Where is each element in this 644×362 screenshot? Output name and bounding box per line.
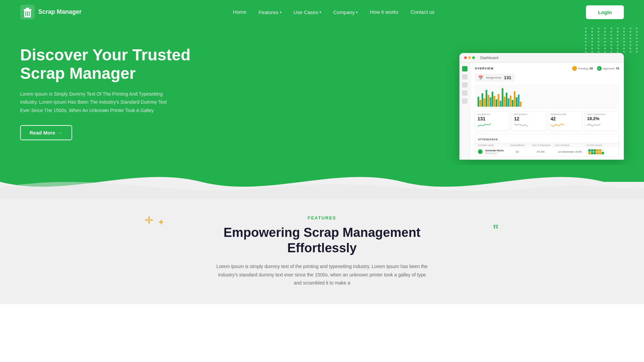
attendance-col-headers: STUDENT NAME ASSIGNMENTS AVG ATTENDANCE … xyxy=(475,143,619,147)
login-button[interactable]: Login xyxy=(586,5,624,19)
dot xyxy=(623,34,625,36)
pending-label: Pending xyxy=(578,67,588,70)
block-9 xyxy=(594,152,596,154)
dot xyxy=(610,34,612,36)
block-11 xyxy=(599,152,601,154)
nav-how-it-works[interactable]: How it works xyxy=(370,9,398,15)
dot xyxy=(630,41,631,43)
mockup-sidebar xyxy=(459,63,470,160)
nav-contact[interactable]: Contact us xyxy=(410,9,435,15)
col-header-attendance: AVG ATTENDANCE xyxy=(532,144,552,146)
dashboard-mockup: Dashboard OVERVIEW xyxy=(459,53,624,160)
stat-value-1: 12 xyxy=(514,116,544,121)
sidebar-icon-3 xyxy=(462,82,467,88)
trend-line-duration xyxy=(587,122,600,127)
bar-10 xyxy=(496,99,497,107)
dot xyxy=(585,34,587,36)
block-12 xyxy=(602,152,604,154)
dot xyxy=(591,34,593,36)
dot xyxy=(636,28,638,29)
block-7 xyxy=(588,152,591,154)
read-more-button[interactable]: Read More → xyxy=(20,125,72,140)
pending-value: 20 xyxy=(590,67,593,70)
stat-label-0: STUDENTS xyxy=(478,113,507,115)
block-1 xyxy=(588,149,591,152)
assignments-box: 📅 Assignments 131 xyxy=(475,73,515,82)
approved-circle: ✓ xyxy=(597,66,602,71)
minimize-dot xyxy=(468,56,471,59)
stat-label-1: KEYWORDS xyxy=(514,113,544,115)
logo-area[interactable]: Scrap Manager xyxy=(20,5,82,19)
stat-students: STUDENTS 131 xyxy=(475,111,510,131)
col-header-assignments: ASSIGNMENTS xyxy=(510,144,530,146)
overview-row: OVERVIEW ! Pending 20 ✓ Approved 76 xyxy=(475,66,619,71)
features-description: Lorem Ipsum is simply dummy text of the … xyxy=(215,262,430,287)
dot xyxy=(604,44,606,46)
pending-circle: ! xyxy=(572,66,577,71)
dot xyxy=(585,28,587,29)
expand-dot xyxy=(472,56,475,59)
hero-section: document.currentScript.insertAdjacentHTM… xyxy=(0,24,644,165)
bar-13 xyxy=(502,88,503,107)
trend-line-students xyxy=(478,122,491,128)
block-4 xyxy=(596,149,599,152)
nav-features[interactable]: Features▾ xyxy=(258,9,281,15)
dot xyxy=(630,51,631,53)
bar-8 xyxy=(492,92,493,107)
bar-1 xyxy=(478,97,479,107)
dot xyxy=(623,28,625,29)
dot xyxy=(623,31,625,33)
assignments-value: 131 xyxy=(504,75,511,80)
pending-badge: ! Pending 20 xyxy=(572,66,593,71)
arrow-right-icon: → xyxy=(58,130,63,136)
dot xyxy=(630,48,631,49)
dot xyxy=(636,44,638,46)
dot xyxy=(604,31,606,33)
block-8 xyxy=(591,152,593,154)
stat-label-3: VISIT DURATION xyxy=(587,113,616,115)
dot xyxy=(623,41,625,43)
stat-visit-duration: VISIT DURATION 18.2% xyxy=(584,111,619,131)
overview-label: OVERVIEW xyxy=(475,67,494,70)
block-5 xyxy=(599,149,601,152)
dot xyxy=(585,44,587,46)
close-dot xyxy=(464,56,467,59)
sidebar-icon-5 xyxy=(462,98,467,104)
student-attendance: 57.2% xyxy=(537,150,555,153)
bar-18 xyxy=(512,100,513,107)
dot xyxy=(636,38,638,39)
nav-use-cases[interactable]: Use Cases▾ xyxy=(294,9,321,15)
dot xyxy=(617,44,618,46)
approved-value: 76 xyxy=(616,67,619,70)
bar-9 xyxy=(494,96,495,107)
bar-19 xyxy=(514,91,515,107)
features-title-line1: Empowering Scrap Management xyxy=(224,225,420,240)
chevron-down-icon: ▾ xyxy=(280,10,282,14)
block-2 xyxy=(591,149,593,152)
hero-title: Discover Your Trusted Scrap Manager xyxy=(20,46,195,83)
dot xyxy=(610,28,612,29)
trend-line-keywords xyxy=(514,122,528,128)
nav-company[interactable]: Company▾ xyxy=(333,9,358,15)
dot xyxy=(598,31,599,33)
features-title-line2: Effortlessly xyxy=(287,241,357,255)
dot xyxy=(630,38,631,39)
stat-value-3: 18.2% xyxy=(587,116,616,121)
bar-16 xyxy=(508,98,509,107)
stat-keywords: KEYWORDS 12 xyxy=(511,111,546,131)
dot xyxy=(617,34,618,36)
dot xyxy=(604,28,606,29)
chevron-down-icon: ▾ xyxy=(356,10,358,14)
dot xyxy=(617,28,618,29)
dot xyxy=(604,41,606,43)
dot xyxy=(630,34,631,36)
stat-label-2: SUBMISSIONS xyxy=(551,113,580,115)
bar-2 xyxy=(480,100,481,107)
dot xyxy=(617,31,618,33)
read-more-label: Read More xyxy=(30,130,55,136)
dot xyxy=(617,38,618,39)
nav-home[interactable]: Home xyxy=(233,9,246,15)
hero-right: Dashboard OVERVIEW xyxy=(195,46,624,160)
approved-badge: ✓ Approved 76 xyxy=(597,66,619,71)
bar-4 xyxy=(484,98,485,107)
